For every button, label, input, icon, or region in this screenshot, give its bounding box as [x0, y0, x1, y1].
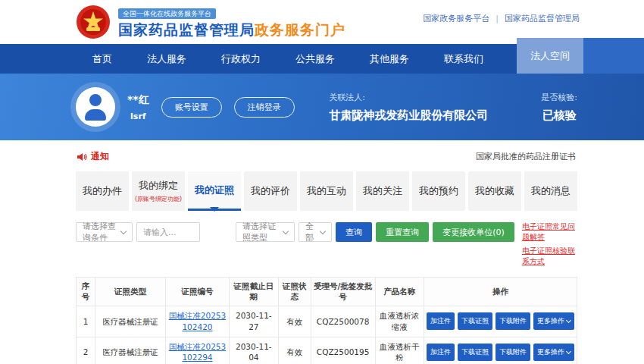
- row-actions: 加注件 下载证照 下载附件 更多操作: [427, 312, 574, 330]
- national-emblem-logo: [76, 5, 111, 39]
- nav-item-other-services[interactable]: 其他服务: [370, 52, 409, 66]
- account-settings-button[interactable]: 账号设置: [161, 97, 222, 118]
- cell-index: 2: [77, 337, 95, 364]
- tab-my-reviews[interactable]: 我的评价: [244, 171, 297, 211]
- download-attachment-button[interactable]: 下载附件: [496, 312, 530, 330]
- tab-my-follows[interactable]: 我的关注: [356, 171, 409, 211]
- download-license-button[interactable]: 下载证照: [458, 344, 492, 361]
- table-row: 1 医疗器械注册证 国械注准20253102420 2030-11-27 有效 …: [77, 306, 577, 337]
- more-actions-button[interactable]: 更多操作: [533, 344, 574, 361]
- license-table: 序号 证照类型 证照编号 证照截止日期 证照状态 受理号/批签发批号 产品名称 …: [76, 277, 577, 364]
- cell-expiry-date: 2030-11-27: [229, 306, 278, 337]
- site-title-main: 国家药品监督管理局: [118, 21, 255, 38]
- cell-status: 有效: [278, 337, 311, 364]
- user-avatar-icon: [76, 87, 115, 127]
- notice-message[interactable]: 国家局批准的药品注册证书: [476, 151, 576, 162]
- keyword-input[interactable]: [136, 222, 200, 242]
- tab-my-binding[interactable]: 我的绑定 (原账号绑定功能): [132, 171, 185, 211]
- user-account: lsrf: [127, 111, 149, 121]
- search-button[interactable]: 查询: [336, 222, 372, 242]
- link-national-gov-platform[interactable]: 国家政务服务平台: [423, 13, 489, 24]
- verify-label: 是否核验:: [541, 92, 577, 103]
- page-title: 国家药品监督管理局政务服务门户: [118, 20, 345, 40]
- user-identity: **红 lsrf: [127, 93, 149, 121]
- add-annotation-button[interactable]: 加注件: [427, 344, 455, 361]
- col-header-license-type: 证照类型: [95, 278, 166, 306]
- scope-select[interactable]: 全部: [299, 222, 332, 242]
- user-name: **红: [127, 93, 149, 107]
- tab-my-licenses[interactable]: 我的证照: [188, 171, 241, 211]
- tab-my-interactions[interactable]: 我的互动: [300, 171, 353, 211]
- tab-my-messages[interactable]: 我的消息: [524, 171, 577, 211]
- nav-item-legal-services[interactable]: 法人服务: [147, 52, 186, 66]
- row-actions: 加注件 下载证照 下载附件 更多操作: [427, 344, 574, 361]
- col-header-index: 序号: [77, 278, 95, 306]
- notice-bar: 通知 国家局批准的药品注册证书: [76, 140, 577, 171]
- change-receiver-button[interactable]: 变更接收单位(0): [433, 222, 514, 242]
- site-title-suffix: 政务服务门户: [255, 21, 345, 38]
- notice-label: 通知: [91, 150, 109, 163]
- query-condition-select[interactable]: 请选择查询条件: [76, 222, 133, 242]
- col-header-acceptance-number: 受理号/批签发批号: [311, 278, 375, 306]
- chevron-down-icon: [320, 228, 326, 234]
- table-header-row: 序号 证照类型 证照编号 证照截止日期 证照状态 受理号/批签发批号 产品名称 …: [77, 278, 577, 306]
- license-verification-contact-link[interactable]: 电子证照核验联系方式: [522, 246, 577, 267]
- link-divider: |: [496, 14, 499, 24]
- nav-item-home[interactable]: 首页: [92, 52, 112, 66]
- download-license-button[interactable]: 下载证照: [458, 312, 492, 330]
- user-banner: **红 lsrf 账号设置 注销登录 关联法人: 甘肃陇神戎发药业股份有限公司 …: [0, 74, 644, 140]
- chevron-down-icon: [283, 228, 289, 234]
- related-legal-label: 关联法人:: [329, 92, 488, 103]
- tab-my-binding-subtitle: (原账号绑定功能): [135, 195, 182, 203]
- cell-product-name: 血液透析干粉: [375, 337, 424, 364]
- cell-expiry-date: 2030-11-04: [229, 337, 278, 364]
- cell-license-type: 医疗器械注册证: [95, 337, 166, 364]
- speaker-icon: [77, 152, 87, 162]
- cell-acceptance-number: CQZ2500078: [311, 306, 375, 337]
- link-nmpa[interactable]: 国家药品监督管理局: [505, 13, 580, 24]
- nav-item-administrative-power[interactable]: 行政权力: [221, 52, 261, 66]
- site-brand: 全国一体化在线政务服务平台 国家药品监督管理局政务服务门户: [118, 5, 345, 40]
- license-type-select[interactable]: 请选择证照类型: [236, 222, 295, 242]
- chevron-down-icon: [120, 228, 127, 234]
- main-nav: 首页 法人服务 行政权力 公共服务 其他服务 联系我们 法人空间: [0, 44, 644, 74]
- license-number-link[interactable]: 国械注准20253102294: [169, 342, 226, 362]
- cell-license-type: 医疗器械注册证: [95, 306, 166, 337]
- chevron-down-icon: [566, 349, 571, 354]
- nav-right-decoration: [583, 38, 644, 74]
- col-header-product-name: 产品名称: [375, 278, 424, 306]
- tab-my-applications[interactable]: 我的办件: [76, 171, 129, 211]
- nav-item-public-services[interactable]: 公共服务: [295, 52, 335, 66]
- main-content: 通知 国家局批准的药品注册证书 我的办件 我的绑定 (原账号绑定功能) 我的证照…: [0, 140, 644, 364]
- cell-index: 1: [77, 306, 95, 337]
- download-attachment-button[interactable]: 下载附件: [496, 344, 530, 361]
- cell-status: 有效: [278, 306, 311, 337]
- reset-search-button[interactable]: 重置查询: [376, 222, 429, 242]
- verification-status: 是否核验: 已核验: [541, 92, 577, 123]
- table-row: 2 医疗器械注册证 国械注准20253102294 2030-11-04 有效 …: [77, 337, 577, 364]
- cell-acceptance-number: CQZ2500195: [311, 337, 375, 364]
- logout-button[interactable]: 注销登录: [234, 97, 295, 118]
- tab-my-favorites[interactable]: 我的收藏: [468, 171, 521, 211]
- verify-value: 已核验: [541, 108, 577, 123]
- license-faq-link[interactable]: 电子证照常见问题解答: [522, 221, 577, 243]
- col-header-status: 证照状态: [278, 278, 311, 306]
- nav-item-contact-us[interactable]: 联系我们: [444, 52, 483, 66]
- license-number-link[interactable]: 国械注准20253102420: [169, 311, 226, 331]
- corporate-space-button[interactable]: 法人空间: [517, 38, 583, 74]
- my-tabs: 我的办件 我的绑定 (原账号绑定功能) 我的证照 我的评价 我的互动 我的关注 …: [76, 171, 577, 211]
- col-header-operations: 操作: [424, 278, 577, 306]
- notice-left: 通知: [77, 150, 109, 163]
- platform-badge: 全国一体化在线政务服务平台: [118, 8, 216, 19]
- filter-bar: 请选择查询条件 请选择证照类型 全部 查询 重置查询 变更接收单位(0) 电子证…: [76, 222, 577, 267]
- add-annotation-button[interactable]: 加注件: [427, 312, 455, 330]
- external-links: 国家政务服务平台 | 国家药品监督管理局: [423, 13, 580, 24]
- related-legal-entity: 关联法人: 甘肃陇神戎发药业股份有限公司: [329, 92, 488, 123]
- chevron-down-icon: [566, 318, 571, 323]
- related-legal-value: 甘肃陇神戎发药业股份有限公司: [329, 108, 488, 123]
- more-actions-button[interactable]: 更多操作: [533, 312, 574, 330]
- col-header-license-number: 证照编号: [165, 278, 229, 306]
- legal-entity-info: 关联法人: 甘肃陇神戎发药业股份有限公司 是否核验: 已核验: [329, 92, 577, 123]
- tab-my-appointments[interactable]: 我的预约: [412, 171, 465, 211]
- col-header-expiry-date: 证照截止日期: [229, 278, 278, 306]
